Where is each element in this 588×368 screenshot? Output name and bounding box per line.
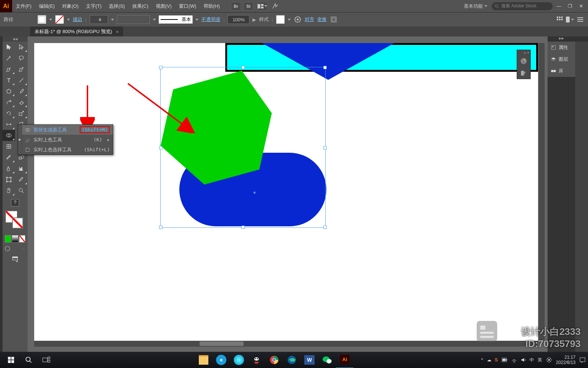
menu-window[interactable]: 窗口(W): [175, 0, 200, 12]
artboard-tool[interactable]: [3, 174, 15, 185]
tray-settings-icon[interactable]: [546, 357, 552, 363]
symbol-sprayer-tool[interactable]: [3, 163, 15, 174]
tools-header[interactable]: ◀◀: [3, 36, 28, 42]
tray-battery-icon[interactable]: [502, 357, 508, 362]
magic-wand-tool[interactable]: [3, 53, 15, 64]
floating-color-panel[interactable]: «×: [517, 50, 531, 79]
workspace-dropdown[interactable]: 基本功能: [461, 2, 490, 10]
tray-cloud-icon[interactable]: ☁: [487, 357, 491, 362]
artboard[interactable]: «×: [34, 43, 538, 347]
pen-tool[interactable]: [3, 64, 15, 75]
type-tool[interactable]: [3, 75, 15, 86]
taskbar-explorer[interactable]: [195, 352, 212, 368]
var-width[interactable]: [117, 15, 150, 24]
isolate-icon[interactable]: [330, 15, 338, 24]
menu-object[interactable]: 对象(O): [58, 0, 82, 12]
color-panel-icon[interactable]: [517, 55, 530, 67]
align-label[interactable]: 对齐: [305, 16, 314, 23]
flyout-grip[interactable]: ▸: [18, 125, 22, 153]
document-tab[interactable]: 未标题-1* @ 800% (RGB/GPU 预览) ×: [30, 26, 123, 37]
paintbrush-tool[interactable]: [15, 86, 28, 97]
fill-swatch[interactable]: [37, 15, 46, 24]
taskbar-chrome[interactable]: [265, 352, 283, 368]
flyout-live-paint-select[interactable]: 实时上色选择工具 (Shift+L): [22, 145, 113, 155]
color-mode-solid[interactable]: [5, 235, 11, 243]
color-mode-gradient[interactable]: [12, 235, 18, 243]
task-view-button[interactable]: [37, 352, 55, 368]
color-mode-none[interactable]: [19, 235, 25, 243]
taskbar-qq[interactable]: [248, 352, 265, 368]
handle-w[interactable]: [159, 146, 162, 149]
tray-chevron-up-icon[interactable]: ^: [481, 357, 483, 362]
stroke-swatch[interactable]: [55, 15, 64, 24]
graph-tool[interactable]: [15, 163, 28, 174]
scale-tool[interactable]: [15, 108, 28, 119]
tray-notifications-icon[interactable]: [579, 357, 586, 363]
taskbar-edge-legacy[interactable]: e: [212, 352, 230, 368]
handle-sw[interactable]: [159, 226, 162, 229]
maximize-button[interactable]: ❐: [565, 3, 575, 10]
recolor-icon[interactable]: [294, 15, 302, 24]
width-tool[interactable]: [3, 119, 15, 130]
eraser-tool[interactable]: [15, 97, 28, 108]
handle-e[interactable]: [323, 146, 327, 149]
search-button[interactable]: [20, 352, 37, 368]
handle-ne[interactable]: [323, 66, 327, 69]
panel-libraries[interactable]: 库: [548, 65, 575, 77]
gpu-icon[interactable]: [271, 2, 279, 10]
lasso-tool[interactable]: [15, 53, 28, 64]
draw-mode-icon[interactable]: ◯: [5, 245, 10, 251]
zoom-tool[interactable]: [15, 185, 28, 196]
close-button[interactable]: ✕: [576, 3, 586, 10]
panel-layers[interactable]: 图层: [548, 53, 575, 65]
tray-volume-icon[interactable]: [521, 357, 526, 362]
stroke-proxy[interactable]: [12, 217, 23, 229]
v-scrollbar[interactable]: [539, 43, 545, 340]
tray-ime-1[interactable]: 中: [530, 357, 534, 363]
arrange-docs-icon[interactable]: [257, 2, 268, 11]
direct-selection-tool[interactable]: [15, 42, 28, 53]
snap-icon[interactable]: [566, 15, 574, 24]
tab-close-icon[interactable]: ×: [116, 29, 119, 35]
menu-view[interactable]: 视图(V): [152, 0, 175, 12]
brush-preview[interactable]: 基本: [159, 15, 193, 24]
taskbar-wechat[interactable]: [318, 352, 336, 368]
panel-collapse-icon[interactable]: «: [524, 51, 526, 55]
taskbar-app-blue[interactable]: [230, 352, 248, 368]
slice-tool[interactable]: [15, 174, 28, 185]
taskbar-word[interactable]: W: [301, 352, 318, 368]
menu-select[interactable]: 选择(S): [105, 0, 128, 12]
transform-label[interactable]: 变换: [317, 16, 327, 23]
menu-effect[interactable]: 效果(C): [129, 0, 152, 12]
stroke-weight[interactable]: [90, 15, 108, 24]
rectangle-tool[interactable]: [3, 86, 15, 97]
handle-nw[interactable]: [159, 66, 162, 69]
handle-se[interactable]: [323, 226, 327, 229]
mesh-tool[interactable]: [3, 141, 15, 152]
minimize-button[interactable]: —: [554, 3, 564, 10]
rotate-tool[interactable]: [3, 108, 15, 119]
style-swatch[interactable]: [276, 15, 285, 24]
screen-mode[interactable]: [12, 255, 18, 263]
opacity-value[interactable]: 100%: [227, 15, 250, 24]
flyout-shape-builder[interactable]: 形状生成器工具 (Shift+M): [22, 125, 113, 135]
tray-clock[interactable]: 21:17 2022/6/13: [556, 355, 576, 365]
hand-tool[interactable]: [3, 185, 15, 196]
search-stock[interactable]: 搜索 Adobe Stock: [492, 2, 553, 10]
panel-close-icon[interactable]: ×: [527, 51, 529, 55]
start-button[interactable]: [2, 352, 20, 368]
menu-edit[interactable]: 编辑(E): [35, 0, 58, 12]
panel-properties[interactable]: 属性: [548, 42, 575, 53]
taskbar-edge[interactable]: [283, 352, 301, 368]
h-scrollbar[interactable]: [34, 341, 538, 347]
menu-help[interactable]: 帮助(H): [200, 0, 223, 12]
edit-toolbar[interactable]: ?: [3, 198, 28, 208]
selection-tool[interactable]: [3, 42, 15, 53]
shape-builder-tool[interactable]: [3, 130, 15, 141]
menu-type[interactable]: 文字(T): [82, 0, 105, 12]
color-proxy[interactable]: [3, 208, 28, 234]
stock-icon[interactable]: St: [243, 2, 254, 11]
curvature-tool[interactable]: [15, 64, 28, 75]
shaper-tool[interactable]: [3, 97, 15, 108]
tray-ime-2[interactable]: 英: [538, 357, 542, 363]
